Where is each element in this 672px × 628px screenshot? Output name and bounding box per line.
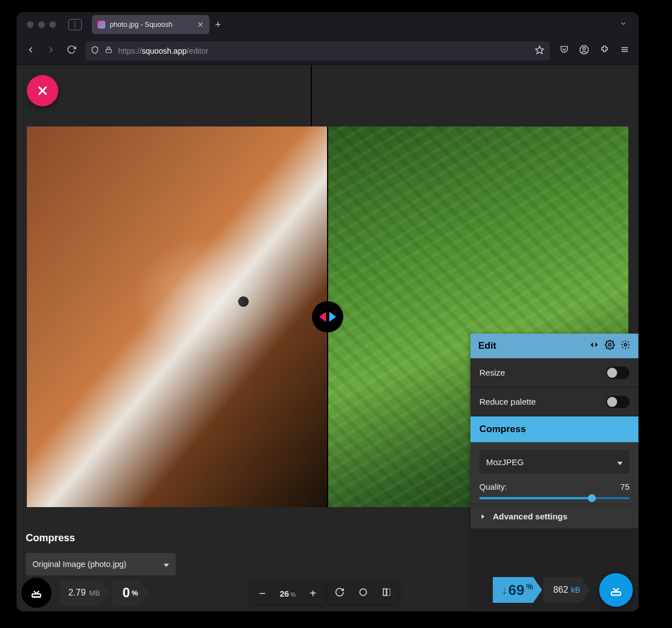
right-reduction-value: 69 (508, 582, 525, 599)
browser-tab[interactable]: photo.jpg - Squoosh ✕ (92, 15, 209, 34)
zoom-in-button[interactable]: + (301, 582, 325, 604)
lock-icon[interactable] (105, 46, 113, 55)
svg-marker-12 (482, 514, 484, 519)
reload-button[interactable] (65, 45, 77, 57)
chevron-right-icon (479, 513, 486, 520)
right-reduction-unit: % (526, 582, 533, 591)
quality-slider[interactable] (479, 497, 629, 499)
download-left-button[interactable] (21, 578, 52, 608)
zoom-toolbar: − 26% + (250, 582, 398, 604)
right-reduction-chip: ↓ 69 % (493, 577, 542, 603)
edit-header: Edit (470, 334, 638, 358)
svg-point-10 (609, 343, 612, 346)
left-stats: 2.79 MB 0 % (21, 578, 148, 608)
swap-sides-icon[interactable] (589, 340, 599, 353)
svg-rect-0 (106, 49, 111, 53)
advanced-settings-label: Advanced settings (493, 512, 567, 521)
right-size-chip: 862 kB (543, 577, 590, 603)
quality-slider-thumb[interactable] (588, 494, 596, 502)
right-edit-panel: Edit Resize Reduce palet (470, 334, 638, 611)
zoom-value: 26% (274, 589, 301, 598)
traffic-minimize-icon[interactable] (38, 21, 45, 28)
left-reduction-chip: 0 % (113, 580, 148, 605)
reduce-palette-toggle[interactable] (606, 396, 629, 408)
quality-value: 75 (620, 482, 629, 491)
compare-handle[interactable] (312, 301, 343, 332)
right-size-unit: kB (571, 585, 580, 594)
right-size-value: 862 (553, 585, 568, 595)
app-menu-icon[interactable] (618, 45, 631, 57)
svg-point-3 (583, 47, 586, 50)
resize-toggle[interactable] (606, 367, 629, 379)
back-button[interactable] (25, 45, 37, 57)
chevron-down-icon (617, 457, 623, 467)
new-tab-button[interactable]: + (215, 19, 221, 31)
bookmark-icon[interactable] (535, 45, 544, 57)
left-reduction-value: 0 (123, 585, 130, 601)
copy-settings-icon[interactable] (605, 340, 615, 353)
reduce-palette-label: Reduce palette (479, 397, 536, 406)
pocket-icon[interactable] (558, 45, 570, 57)
left-size-value: 2.79 (68, 588, 86, 598)
reset-settings-icon[interactable] (620, 340, 631, 353)
advanced-settings-toggle[interactable]: Advanced settings (470, 504, 638, 528)
compress-body: MozJPEG Quality: 75 (470, 442, 638, 504)
tab-close-icon[interactable]: ✕ (197, 20, 204, 29)
left-section-header: Compress (17, 527, 185, 547)
resize-label: Resize (479, 368, 505, 377)
traffic-close-icon[interactable] (27, 21, 34, 28)
browser-toolbar: https://squoosh.app/editor (17, 37, 638, 65)
url-text: https://squoosh.app/editor (118, 46, 529, 55)
svg-marker-1 (535, 46, 543, 53)
left-size-chip: 2.79 MB (59, 580, 109, 605)
compare-divider (311, 65, 312, 126)
sidebar-toggle-icon[interactable] (68, 19, 82, 30)
download-right-button[interactable] (599, 573, 633, 607)
background-toggle-button[interactable] (352, 582, 375, 604)
app-content: Compress Original Image (photo.jpg) 2.79… (17, 65, 638, 611)
download-icon (29, 585, 44, 600)
extensions-icon[interactable] (598, 45, 610, 57)
close-editor-button[interactable] (27, 75, 58, 106)
reduce-palette-row: Reduce palette (470, 387, 638, 416)
down-arrow-icon: ↓ (502, 584, 507, 597)
svg-rect-13 (612, 592, 620, 596)
browser-window: photo.jpg - Squoosh ✕ + https://squoosh.… (17, 12, 638, 611)
left-compress-panel: Compress Original Image (photo.jpg) (17, 527, 185, 583)
svg-rect-15 (384, 589, 386, 596)
window-controls[interactable] (27, 21, 56, 28)
tab-favicon-icon (97, 21, 105, 29)
compress-section-header: Compress (470, 416, 638, 442)
tab-title: photo.jpg - Squoosh (110, 21, 172, 29)
tab-strip: photo.jpg - Squoosh ✕ + (17, 12, 638, 37)
left-size-unit: MB (89, 589, 100, 597)
flip-button[interactable] (375, 582, 399, 604)
right-codec-value: MozJPEG (486, 457, 524, 467)
quality-label: Quality: (479, 482, 507, 491)
zoom-out-button[interactable]: − (250, 582, 274, 604)
tracking-protection-icon[interactable] (91, 46, 99, 56)
right-stats: ↓ 69 % 862 kB (493, 573, 633, 607)
left-codec-select[interactable]: Original Image (photo.jpg) (26, 553, 176, 575)
left-reduction-unit: % (132, 589, 138, 597)
url-bar[interactable]: https://squoosh.app/editor (85, 41, 550, 60)
svg-rect-9 (32, 594, 40, 597)
svg-point-14 (360, 589, 367, 596)
original-image-preview (27, 126, 328, 507)
svg-point-11 (624, 343, 627, 346)
right-codec-select[interactable]: MozJPEG (479, 450, 629, 474)
resize-row: Resize (470, 358, 638, 387)
svg-rect-16 (388, 589, 390, 596)
forward-button[interactable] (45, 45, 57, 57)
rotate-button[interactable] (328, 582, 352, 604)
close-icon (36, 84, 49, 97)
account-icon[interactable] (578, 45, 590, 57)
tabs-dropdown-icon[interactable] (619, 20, 627, 30)
edit-header-label: Edit (478, 340, 496, 352)
traffic-zoom-icon[interactable] (49, 21, 56, 28)
download-icon (608, 582, 624, 598)
left-codec-value: Original Image (photo.jpg) (32, 560, 127, 569)
chevron-down-icon (164, 560, 169, 569)
quality-slider-track (479, 497, 592, 499)
